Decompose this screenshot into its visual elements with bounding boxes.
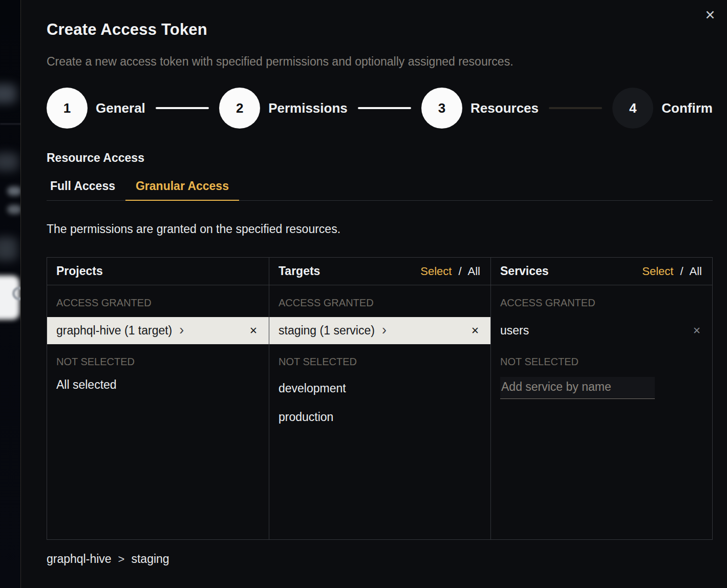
background-divider-blur (0, 123, 21, 124)
targets-select-link[interactable]: Select (420, 265, 452, 278)
step-confirm[interactable]: 4 Confirm (612, 88, 713, 129)
targets-column: Targets Select / All ACCESS GRANTED stag… (269, 258, 490, 539)
background-blur-shape (0, 84, 16, 103)
step-connector (358, 107, 411, 109)
step-connector (156, 107, 209, 109)
close-icon[interactable]: ✕ (701, 6, 719, 24)
granted-service-label: users (500, 324, 529, 338)
background-blur-shape (0, 237, 17, 261)
step-resources[interactable]: 3 Resources (421, 88, 539, 129)
targets-all-link[interactable]: All (468, 265, 480, 278)
breadcrumb-project: graphql-hive (47, 552, 112, 566)
breadcrumb-separator-icon: > (118, 553, 125, 566)
step-number-circle: 3 (421, 88, 462, 129)
step-general[interactable]: 1 General (47, 88, 145, 129)
breadcrumb-target: staging (131, 552, 169, 566)
services-all-link[interactable]: All (690, 265, 702, 278)
targets-column-header: Targets Select / All (269, 258, 490, 285)
granted-service-row: users ✕ (491, 317, 712, 344)
resource-picker-table: Projects ACCESS GRANTED graphql-hive (1 … (47, 257, 713, 540)
background-blur-shape (0, 153, 18, 171)
step-number-circle: 1 (47, 88, 88, 129)
remove-project-icon[interactable]: ✕ (249, 326, 258, 335)
not-selected-label: NOT SELECTED (500, 354, 703, 369)
granted-target-label: staging (1 service) (279, 324, 375, 338)
column-title: Projects (56, 264, 103, 278)
granted-target-row[interactable]: staging (1 service) › ✕ (269, 317, 490, 344)
chevron-right-icon: › (382, 330, 387, 332)
wizard-stepper: 1 General 2 Permissions 3 Resources 4 Co… (47, 88, 713, 129)
step-label: Permissions (268, 100, 348, 116)
services-select-link[interactable]: Select (642, 265, 673, 278)
granted-project-row[interactable]: graphql-hive (1 target) › ✕ (47, 317, 269, 344)
access-granted-label: ACCESS GRANTED (56, 296, 260, 310)
background-page-blur (0, 0, 21, 588)
step-label: Confirm (661, 100, 713, 116)
step-permissions[interactable]: 2 Permissions (219, 88, 348, 129)
column-title: Targets (279, 264, 320, 278)
chevron-right-icon: › (179, 330, 184, 332)
all-selected-note: All selected (56, 377, 260, 392)
not-selected-label: NOT SELECTED (56, 354, 260, 369)
breadcrumb: graphql-hive > staging (47, 552, 713, 566)
select-all-divider: / (680, 265, 683, 278)
select-all-divider: / (459, 265, 462, 278)
add-service-input[interactable] (500, 377, 655, 399)
not-selected-label: NOT SELECTED (279, 354, 481, 369)
step-connector (549, 107, 602, 109)
step-label: General (96, 100, 145, 116)
services-column: Services Select / All ACCESS GRANTED use… (490, 258, 712, 539)
remove-target-icon[interactable]: ✕ (471, 326, 479, 335)
access-granted-label: ACCESS GRANTED (500, 296, 703, 310)
granted-project-label: graphql-hive (1 target) (56, 324, 172, 338)
tab-granular-access[interactable]: Granular Access (125, 179, 239, 201)
step-number-circle: 2 (219, 88, 260, 129)
targets-select-all: Select / All (420, 265, 480, 278)
services-select-all: Select / All (642, 265, 702, 278)
resource-access-heading: Resource Access (47, 151, 713, 165)
projects-column-header: Projects (47, 258, 269, 285)
granular-access-description: The permissions are granted on the speci… (47, 222, 713, 236)
remove-service-icon[interactable]: ✕ (693, 326, 701, 335)
tab-full-access[interactable]: Full Access (47, 179, 125, 200)
dialog-subtitle: Create a new access token with specified… (47, 55, 713, 69)
create-access-token-dialog: ✕ Create Access Token Create a new acces… (20, 0, 727, 588)
step-number-circle: 4 (612, 88, 653, 129)
resource-access-tabs: Full Access Granular Access (47, 179, 713, 201)
step-label: Resources (471, 100, 539, 116)
projects-column: Projects ACCESS GRANTED graphql-hive (1 … (47, 258, 269, 539)
column-title: Services (500, 264, 549, 278)
services-column-header: Services Select / All (491, 258, 712, 285)
background-text-blur (7, 186, 21, 196)
background-text-blur (7, 205, 21, 214)
target-item-development[interactable]: development (269, 374, 490, 403)
target-item-production[interactable]: production (269, 403, 490, 431)
access-granted-label: ACCESS GRANTED (279, 296, 481, 310)
dialog-title: Create Access Token (47, 0, 713, 39)
